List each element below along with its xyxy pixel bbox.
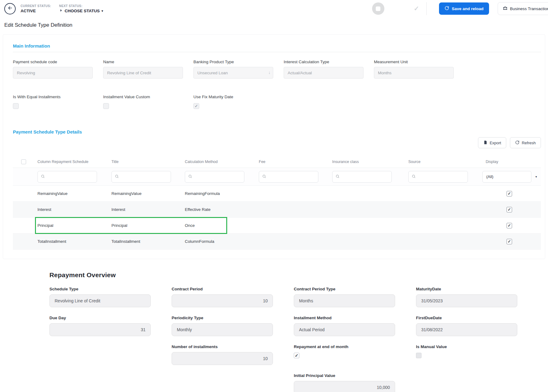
search-icon [412,174,416,180]
save-and-reload-button[interactable]: Save and reload [439,2,489,15]
checkbox-label: Repayment at end of month [294,344,395,349]
is-manual-value-checkbox[interactable] [416,353,422,358]
column-header-method[interactable]: Calculation Method [185,160,259,164]
save-button-label: Save and reload [452,6,484,11]
column-header-fee[interactable]: Fee [259,160,332,164]
field-measurement-unit: Measurement Unit [374,60,454,79]
cell-method: ColumnFormula [185,239,259,244]
field-label: Installment Method [294,316,395,320]
cell-method: RemainingFormula [185,191,259,196]
choose-status-dropdown[interactable]: CHOOSE STATUS ▾ [59,9,103,13]
search-icon [336,174,340,180]
initial-principal-value-input[interactable] [294,381,395,392]
use-fix-maturity-date-checkbox[interactable] [193,103,199,109]
checkbox-label: Use Fix Maturity Date [193,95,273,99]
installment-value-custom-checkbox[interactable] [103,103,109,109]
repayment-overview: Repayment Overview Schedule Type Contrac… [49,271,548,392]
field-maturity-date: MaturityDate [416,287,517,307]
filter-insurance-input[interactable] [342,174,388,179]
field-label: Number of installments [172,344,273,349]
filter-title-input[interactable] [121,174,168,179]
search-icon [115,174,119,180]
checkbox-label: Installment Value Custom [103,95,183,99]
details-header: Payment Schedule Type Details [13,129,541,135]
name-input[interactable] [103,67,183,79]
equal-installments-checkbox[interactable] [13,103,19,109]
filter-method-input[interactable] [194,174,241,179]
column-header-source[interactable]: Source [408,160,481,164]
display-checkbox[interactable] [507,191,512,196]
checkbox-label: Is Manual Value [416,344,517,349]
maturity-date-input[interactable] [416,294,517,307]
filter-fee [259,171,318,183]
business-button-label: Business Transactions [510,6,548,11]
column-header-title[interactable]: Title [111,160,185,164]
field-periodicity-type: Periodicity Type [172,316,273,336]
number-of-installments-input[interactable] [172,352,273,365]
field-label: FirstDueDate [416,316,517,320]
table-row: Interest Interest Effective Rate [13,202,541,218]
display-filter-dropdown[interactable]: (All) [482,171,531,183]
export-button[interactable]: Export [478,137,507,148]
table-body: RemainingValue RemainingValue RemainingF… [13,186,541,250]
field-label: Name [103,60,183,64]
field-installment-method: Installment Method [294,316,395,336]
table-row-highlighted: Principal Principal Once [13,218,541,234]
interest-calculation-type-input[interactable] [284,67,363,79]
cell-title: RemainingValue [111,191,185,196]
cell-title: Interest [111,207,185,212]
table-filter-row: (All) ▾ [13,168,541,186]
periodicity-type-input[interactable] [172,323,273,336]
chevron-right-icon [59,9,63,13]
display-checkbox[interactable] [507,207,512,212]
export-label: Export [490,141,501,145]
column-header-repayment[interactable]: Column Repayment Schedule [37,160,111,164]
display-checkbox[interactable] [507,223,512,228]
field-contract-period-type: Contract Period Type [294,287,395,307]
check-icon: ✓ [414,5,419,12]
current-status-label: CURRENT STATUS: [21,4,51,8]
field-interest-calculation-type: Interest Calculation Type [284,60,363,79]
search-icon [262,174,266,180]
due-day-input[interactable] [49,323,151,336]
business-transactions-button[interactable]: Business Transactions [498,2,548,15]
field-label: Schedule Type [49,287,151,291]
details-heading: Payment Schedule Type Details [13,129,82,134]
field-number-of-installments: Number of installments [172,344,273,365]
contract-period-input[interactable] [172,294,273,307]
column-header-display[interactable]: Display [481,160,541,164]
refresh-button[interactable]: Refresh [510,137,541,148]
table-row: TotalInstallment TotalInstallment Column… [13,234,541,250]
choose-status-label: CHOOSE STATUS [65,9,100,13]
select-all-checkbox[interactable] [21,159,26,164]
schedule-type-input[interactable] [49,294,151,307]
refresh-label: Refresh [522,141,536,145]
current-status: CURRENT STATUS: ACTIVE [21,4,51,13]
cell-method: Once [185,223,259,228]
back-button[interactable] [4,3,16,14]
display-filter-value: (All) [486,174,493,179]
banking-product-type-input[interactable] [193,67,273,79]
filter-repayment-input[interactable] [47,174,94,179]
field-label: Contract Period [172,287,273,291]
business-transactions-icon [503,6,507,11]
filter-source-input[interactable] [418,174,464,179]
repayment-end-of-month-checkbox[interactable] [294,353,299,358]
back-arrow-icon [7,5,13,12]
topbar-actions: ✓ Save and reload Business Transactions [372,0,548,17]
display-filter-caret-icon[interactable]: ▾ [535,175,537,178]
divider [426,2,427,15]
cell-repayment: Interest [37,207,111,212]
payment-schedule-code-input[interactable] [13,67,93,79]
cell-repayment: Principal [37,223,111,228]
contract-period-type-input[interactable] [294,294,395,307]
caret-down-icon: ▾ [102,9,103,13]
measurement-unit-input[interactable] [374,67,454,79]
first-due-date-input[interactable] [416,323,517,336]
display-checkbox[interactable] [507,239,512,244]
filter-fee-input[interactable] [268,174,315,179]
field-due-day: Due Day [49,316,151,336]
installment-method-input[interactable] [294,323,395,336]
column-header-insurance[interactable]: Insurance class [332,160,408,164]
filter-insurance [332,171,392,183]
